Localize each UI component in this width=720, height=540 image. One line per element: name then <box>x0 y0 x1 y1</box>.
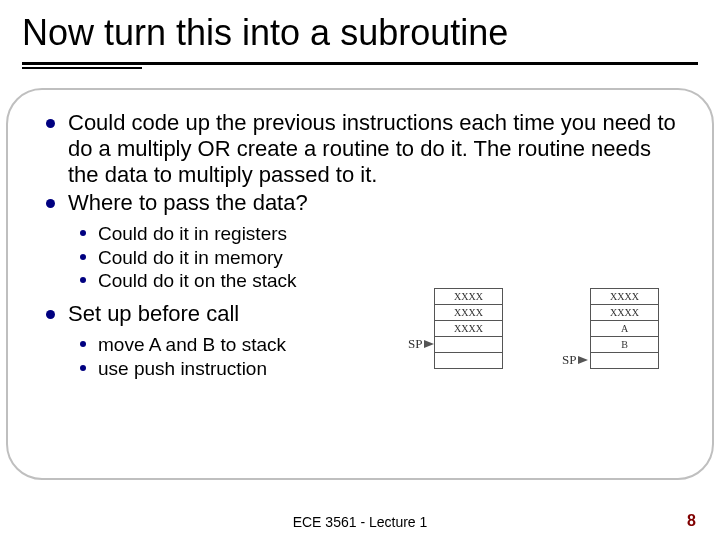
sp-pointer-left: SP <box>408 336 434 352</box>
stack-cell: XXXX <box>591 305 659 321</box>
stack-right: XXXX XXXX A B SP <box>590 288 659 369</box>
stack-table-right: XXXX XXXX A B <box>590 288 659 369</box>
sub-bullet-item: Could do it in registers <box>80 222 684 246</box>
footer-text: ECE 3561 - Lecture 1 <box>0 514 720 530</box>
stack-cell: XXXX <box>435 321 503 337</box>
page-number: 8 <box>687 512 696 530</box>
sp-pointer-right: SP <box>562 352 588 368</box>
stack-cell: XXXX <box>435 305 503 321</box>
stack-table-left: XXXX XXXX XXXX <box>434 288 503 369</box>
sp-label: SP <box>562 352 576 368</box>
stack-cell <box>435 337 503 353</box>
bullet-item: Where to pass the data? <box>46 190 684 216</box>
stack-cell: B <box>591 337 659 353</box>
stack-cell <box>591 353 659 369</box>
arrow-right-icon <box>424 340 434 348</box>
bullet-item: Could code up the previous instructions … <box>46 110 684 188</box>
title-area: Now turn this into a subroutine <box>0 0 720 60</box>
sp-label: SP <box>408 336 422 352</box>
body-frame: Could code up the previous instructions … <box>6 88 714 480</box>
slide: Now turn this into a subroutine Could co… <box>0 0 720 540</box>
footer: ECE 3561 - Lecture 1 8 <box>0 514 720 530</box>
stack-cell: XXXX <box>591 289 659 305</box>
stack-cell <box>435 353 503 369</box>
arrow-right-icon <box>578 356 588 364</box>
page-title: Now turn this into a subroutine <box>22 12 698 54</box>
sub-bullet-item: Could do it in memory <box>80 246 684 270</box>
title-rule <box>0 62 720 69</box>
stack-diagram: XXXX XXXX XXXX SP XXXX XXXX A B <box>428 280 718 410</box>
stack-cell: XXXX <box>435 289 503 305</box>
stack-left: XXXX XXXX XXXX SP <box>434 288 503 369</box>
stack-cell: A <box>591 321 659 337</box>
bullet-list: Could code up the previous instructions … <box>46 110 684 216</box>
